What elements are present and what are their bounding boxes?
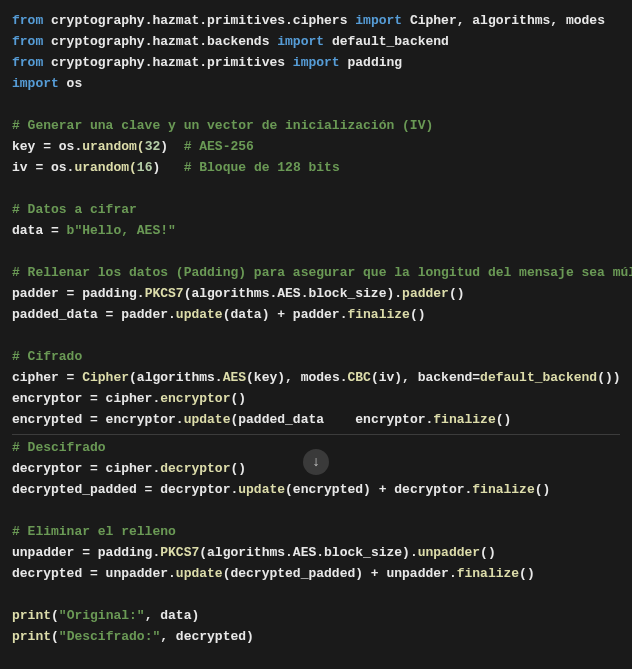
code-line: iv = os.urandom(16) # Bloque de 128 bits: [12, 157, 620, 178]
code-line: decrypted_padded = decryptor.update(encr…: [12, 479, 620, 500]
code-block: from cryptography.hazmat.primitives.ciph…: [12, 10, 620, 647]
blank-line: [12, 325, 620, 346]
code-line: unpadder = padding.PKCS7(algorithms.AES.…: [12, 542, 620, 563]
comment-line: # Generar una clave y un vector de inici…: [12, 115, 620, 136]
scroll-down-icon[interactable]: ↓: [303, 449, 329, 475]
blank-line: [12, 584, 620, 605]
comment-line: # Rellenar los datos (Padding) para aseg…: [12, 262, 620, 283]
comment-line: # Datos a cifrar: [12, 199, 620, 220]
section-divider: [12, 434, 620, 435]
code-line: decrypted = unpadder.update(decrypted_pa…: [12, 563, 620, 584]
comment-line: # Cifrado: [12, 346, 620, 367]
code-line: data = b"Hello, AES!": [12, 220, 620, 241]
code-line: padder = padding.PKCS7(algorithms.AES.bl…: [12, 283, 620, 304]
code-line: import os: [12, 73, 620, 94]
blank-line: [12, 178, 620, 199]
code-line: encrypted = encryptor.update(padded_data…: [12, 409, 620, 430]
code-line: encryptor = cipher.encryptor(): [12, 388, 620, 409]
code-line: print("Descifrado:", decrypted): [12, 626, 620, 647]
code-line: from cryptography.hazmat.backends import…: [12, 31, 620, 52]
comment-line: # Eliminar el relleno: [12, 521, 620, 542]
blank-line: [12, 500, 620, 521]
code-line: from cryptography.hazmat.primitives.ciph…: [12, 10, 620, 31]
code-line: key = os.urandom(32) # AES-256: [12, 136, 620, 157]
code-line: print("Original:", data): [12, 605, 620, 626]
blank-line: [12, 94, 620, 115]
code-line: from cryptography.hazmat.primitives impo…: [12, 52, 620, 73]
code-line: cipher = Cipher(algorithms.AES(key), mod…: [12, 367, 620, 388]
code-line: padded_data = padder.update(data) + padd…: [12, 304, 620, 325]
blank-line: [12, 241, 620, 262]
